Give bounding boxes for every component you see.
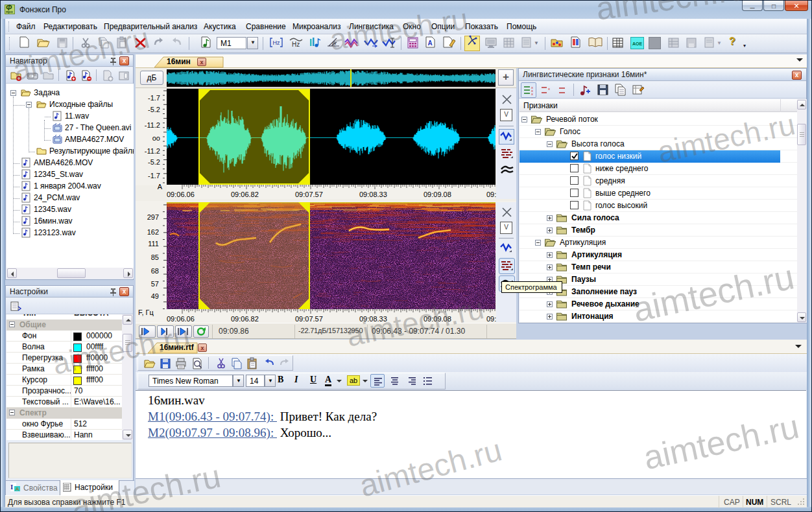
svg-text:x: x xyxy=(548,87,550,91)
svg-text:I: I xyxy=(10,483,13,491)
svg-text:A: A xyxy=(16,486,19,492)
svg-text:x: x xyxy=(531,92,533,96)
